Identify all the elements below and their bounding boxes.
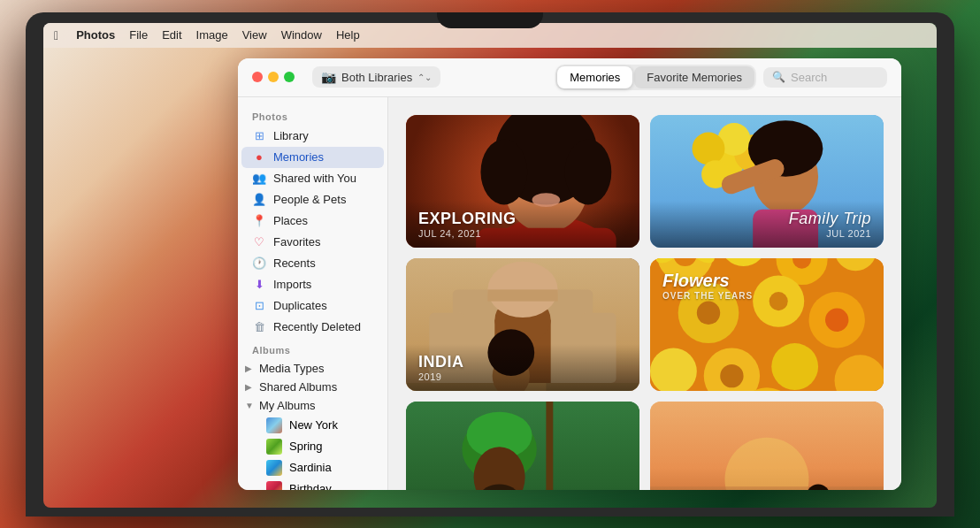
imports-icon: ⬇ [252,278,266,292]
menu-edit[interactable]: Edit [162,28,181,42]
album-label-birthday: Birthday [289,482,332,490]
menu-view[interactable]: View [242,28,267,42]
memory-card-summer[interactable]: Summer 2017 [406,402,639,490]
album-label-sardinia: Sardinia [289,461,332,474]
menu-window[interactable]: Window [281,28,322,42]
sidebar-group-my-albums[interactable]: ▼ My Albums [238,396,387,415]
album-thumb-spring [266,439,282,455]
library-picker-label: Both Libraries [341,71,412,84]
album-item-newyork[interactable]: New York [241,415,384,436]
svg-rect-23 [487,289,557,301]
svg-point-4 [480,139,527,204]
album-label-newyork: New York [289,418,338,432]
sidebar-label-favorites: Favorites [273,235,320,249]
sidebar-item-shared[interactable]: 👥 Shared with You [241,168,384,189]
expand-arrow-media-types: ▶ [245,363,254,373]
album-item-spring[interactable]: Spring [241,436,384,457]
sidebar-item-duplicates[interactable]: ⊡ Duplicates [241,295,384,317]
sidebar-label-memories: Memories [273,150,324,164]
flowers-title-area: Flowers OVER THE YEARS [662,271,753,301]
sidebar-group-shared-albums[interactable]: ▶ Shared Albums [238,378,387,396]
sidebar-item-people[interactable]: 👤 People & Pets [241,189,384,210]
album-thumb-birthday [266,481,282,490]
shared-icon: 👥 [252,172,266,186]
fullscreen-button[interactable] [284,72,295,82]
svg-point-12 [693,132,725,165]
sidebar-label-people: People & Pets [273,193,346,206]
apple-logo-icon[interactable]:  [54,28,58,42]
menu-help[interactable]: Help [336,28,360,42]
memory-subtitle-flowers: OVER THE YEARS [662,291,753,301]
tabs-container: Memories Favorite Memories [555,65,756,90]
sidebar-label-deleted: Recently Deleted [273,320,361,333]
memory-title-india: INDIA [418,353,627,371]
card-overlay-family: Family Trip JUL 2021 [650,201,884,248]
sidebar-label-recents: Recents [273,256,316,270]
tab-favorite-memories[interactable]: Favorite Memories [634,66,754,88]
album-thumb-newyork [266,417,282,433]
close-button[interactable] [252,72,263,82]
sidebar-label-media-types: Media Types [259,362,324,375]
memory-card-beach[interactable]: BEACH DAYS 2019 [650,402,884,490]
svg-rect-64 [546,402,553,490]
minimize-button[interactable] [268,72,279,82]
sidebar-item-places[interactable]: 📍 Places [241,210,384,232]
people-icon: 👤 [252,193,266,207]
search-placeholder: Search [791,71,827,84]
memory-title-family: Family Trip [662,210,871,228]
sidebar-label-shared-albums: Shared Albums [259,380,337,394]
memories-icon: ● [252,150,266,165]
card-overlay-summer: Summer 2017 [406,487,639,490]
sidebar-item-deleted[interactable]: 🗑 Recently Deleted [241,317,384,338]
sidebar-item-memories[interactable]: ● Memories [241,147,384,168]
expand-arrow-shared-albums: ▶ [245,382,254,392]
library-picker-icon: 📷 [321,70,336,84]
expand-arrow-my-albums: ▼ [245,401,254,410]
sidebar-label-imports: Imports [273,278,311,291]
sidebar-item-favorites[interactable]: ♡ Favorites [241,232,384,253]
memory-card-family[interactable]: Family Trip JUL 2021 [650,115,884,248]
sidebar-item-library[interactable]: ⊞ Library [241,126,384,147]
svg-point-40 [697,301,720,324]
search-bar[interactable]: 🔍 Search [763,67,887,88]
sidebar-label-my-albums: My Albums [259,399,316,412]
chevron-updown-icon: ⌃⌄ [417,73,432,82]
svg-point-42 [769,292,788,310]
menu-photos[interactable]: Photos [76,28,115,42]
memory-title-flowers: Flowers [662,271,753,291]
album-item-birthday[interactable]: Birthday [241,478,384,490]
memory-card-india[interactable]: INDIA 2019 [406,258,639,391]
sidebar-label-places: Places [273,214,308,227]
title-bar: 📷 Both Libraries ⌃⌄ Memories Favorite Me… [238,58,901,97]
deleted-icon: 🗑 [252,320,266,334]
menu-image[interactable]: Image [196,28,228,42]
card-overlay-exploring: EXPLORING JUL 24, 2021 [406,201,639,248]
title-bar-right: Memories Favorite Memories 🔍 Search [555,65,887,90]
photos-window: 📷 Both Libraries ⌃⌄ Memories Favorite Me… [238,58,901,490]
album-item-sardinia[interactable]: Sardinia [241,457,384,478]
library-icon: ⊞ [252,129,266,143]
laptop-frame:  Photos File Edit Image View Window Hel… [26,12,954,517]
sidebar-label-shared: Shared with You [273,172,356,185]
menu-file[interactable]: File [129,28,148,42]
memory-card-flowers[interactable]: Flowers OVER THE YEARS [650,258,884,391]
svg-point-5 [565,139,612,204]
memory-date-family: JUL 2021 [662,228,871,239]
sidebar-label-library: Library [273,129,309,142]
tab-memories[interactable]: Memories [557,66,632,88]
favorites-icon: ♡ [252,235,266,249]
memory-card-exploring[interactable]: EXPLORING JUL 24, 2021 [406,115,639,248]
memory-date-exploring: JUL 24, 2021 [418,228,627,239]
memory-grid: EXPLORING JUL 24, 2021 [388,97,901,490]
album-thumb-sardinia [266,460,282,476]
sidebar-item-recents[interactable]: 🕐 Recents [241,253,384,274]
camera-notch [437,12,543,28]
sidebar-photos-header: Photos [238,104,387,126]
places-icon: 📍 [252,214,266,228]
memory-date-india: 2019 [418,371,627,382]
sidebar-item-imports[interactable]: ⬇ Imports [241,274,384,295]
library-picker[interactable]: 📷 Both Libraries ⌃⌄ [312,66,440,88]
card-overlay-beach: BEACH DAYS 2019 [650,487,884,490]
sidebar-group-media-types[interactable]: ▶ Media Types [238,359,387,378]
content-area: Photos ⊞ Library ● Memories 👥 Shared wit… [238,97,901,490]
